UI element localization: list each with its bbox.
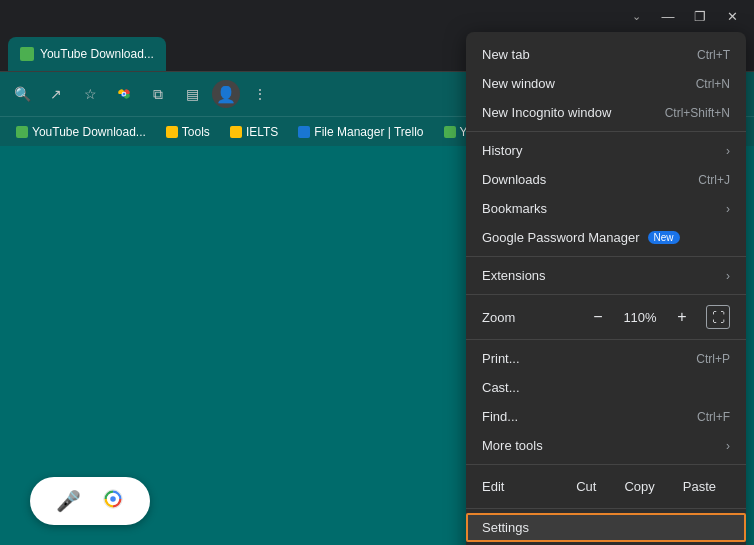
sidebar-icon[interactable]: ▤ [178,80,206,108]
cut-button[interactable]: Cut [562,475,610,498]
bookmark-youtube-download[interactable]: YouTube Download... [8,123,154,141]
menu-item-find[interactable]: Find... Ctrl+F [466,402,746,431]
restore-button[interactable]: ❐ [686,2,714,30]
zoom-label: Zoom [482,310,515,325]
menu-item-new-incognito[interactable]: New Incognito window Ctrl+Shift+N [466,98,746,127]
bookmark-favicon [166,126,178,138]
tab-favicon [20,47,34,61]
menu-item-label: New window [482,76,555,91]
menu-item-downloads[interactable]: Downloads Ctrl+J [466,165,746,194]
menu-item-more-tools[interactable]: More tools › [466,431,746,460]
close-button[interactable]: ✕ [718,2,746,30]
menu-item-history[interactable]: History › [466,136,746,165]
new-badge: New [648,231,680,244]
menu-item-label: Downloads [482,172,546,187]
mic-icon[interactable]: 🎤 [56,489,81,513]
profile-icon[interactable]: 👤 [212,80,240,108]
menu-section-edit: Edit Cut Copy Paste [466,465,746,509]
zoom-row: Zoom − 110% + ⛶ [466,299,746,335]
menu-item-label: Cast... [482,380,520,395]
menu-section-extensions: Extensions › [466,257,746,295]
bookmark-ielts[interactable]: IELTS [222,123,286,141]
menu-section-new: New tab Ctrl+T New window Ctrl+N New Inc… [466,36,746,132]
menu-section-zoom: Zoom − 110% + ⛶ [466,295,746,340]
menu-item-label: Bookmarks [482,201,547,216]
google-search-bar[interactable]: 🎤 [30,477,150,525]
star-icon[interactable]: ☆ [76,80,104,108]
title-bar: ⌄ — ❐ ✕ [0,0,754,32]
menu-section-tools: Print... Ctrl+P Cast... Find... Ctrl+F M… [466,340,746,465]
edit-row: Edit Cut Copy Paste [466,469,746,504]
menu-item-left: Google Password Manager New [482,230,680,245]
menu-item-new-tab[interactable]: New tab Ctrl+T [466,40,746,69]
edit-label: Edit [482,479,562,494]
extension-icon[interactable]: ⧉ [144,80,172,108]
menu-item-settings[interactable]: Settings [466,513,746,542]
dropdown-menu: New tab Ctrl+T New window Ctrl+N New Inc… [466,32,746,545]
fullscreen-button[interactable]: ⛶ [706,305,730,329]
bookmark-favicon [230,126,242,138]
bookmark-favicon [444,126,456,138]
zoom-plus-button[interactable]: + [670,305,694,329]
chevron-down-icon[interactable]: ⌄ [622,2,650,30]
menu-item-shortcut: Ctrl+F [697,410,730,424]
paste-button[interactable]: Paste [669,475,730,498]
menu-icon[interactable]: ⋮ [246,80,274,108]
menu-section-settings: Settings Help › Exit [466,509,746,545]
menu-item-extensions[interactable]: Extensions › [466,261,746,290]
menu-item-shortcut: Ctrl+Shift+N [665,106,730,120]
menu-item-label: More tools [482,438,543,453]
menu-item-print[interactable]: Print... Ctrl+P [466,344,746,373]
minimize-button[interactable]: — [654,2,682,30]
svg-point-4 [110,496,116,502]
menu-item-cast[interactable]: Cast... [466,373,746,402]
menu-item-shortcut: Ctrl+N [696,77,730,91]
arrow-right-icon: › [726,202,730,216]
chrome-icon[interactable] [110,80,138,108]
menu-item-password-manager[interactable]: Google Password Manager New [466,223,746,252]
menu-item-new-window[interactable]: New window Ctrl+N [466,69,746,98]
svg-point-2 [123,93,126,96]
menu-item-label: Settings [482,520,529,535]
bookmark-favicon [16,126,28,138]
tab-label: YouTube Download... [40,47,154,61]
zoom-controls: − 110% + ⛶ [586,305,730,329]
menu-item-shortcut: Ctrl+P [696,352,730,366]
menu-item-label: History [482,143,522,158]
menu-section-browse: History › Downloads Ctrl+J Bookmarks › G… [466,132,746,257]
menu-item-bookmarks[interactable]: Bookmarks › [466,194,746,223]
zoom-value: 110% [622,310,658,325]
bookmark-favicon [298,126,310,138]
arrow-right-icon: › [726,439,730,453]
bookmark-tools[interactable]: Tools [158,123,218,141]
zoom-icon[interactable]: 🔍 [8,80,36,108]
copy-button[interactable]: Copy [610,475,668,498]
google-lens-icon[interactable] [102,488,124,515]
arrow-right-icon: › [726,269,730,283]
arrow-right-icon: › [726,144,730,158]
menu-item-label: Extensions [482,268,546,283]
menu-item-label: New Incognito window [482,105,611,120]
share-icon[interactable]: ↗ [42,80,70,108]
zoom-minus-button[interactable]: − [586,305,610,329]
menu-item-shortcut: Ctrl+J [698,173,730,187]
menu-item-label: Google Password Manager [482,230,640,245]
menu-item-shortcut: Ctrl+T [697,48,730,62]
menu-item-label: Print... [482,351,520,366]
menu-item-label: Find... [482,409,518,424]
menu-item-label: New tab [482,47,530,62]
bookmark-file-manager[interactable]: File Manager | Trello [290,123,431,141]
active-tab[interactable]: YouTube Download... [8,37,166,71]
